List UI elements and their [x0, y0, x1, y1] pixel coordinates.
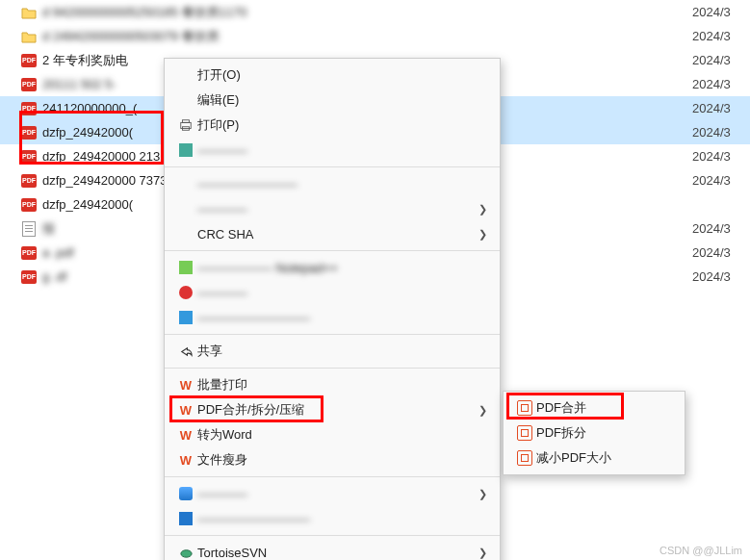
- chevron-right-icon: ❯: [475, 547, 490, 559]
- file-date: 2024/3: [692, 173, 750, 188]
- folder-icon: [21, 29, 37, 44]
- pdf-icon: PDF: [21, 77, 37, 92]
- menu-print[interactable]: 打印(P): [165, 113, 500, 138]
- app-icon: [179, 487, 193, 500]
- file-date: 2024/3: [692, 269, 750, 284]
- menu-crc-sha[interactable]: CRC SHA ❯: [165, 221, 500, 246]
- pdf-icon: PDF: [21, 53, 37, 68]
- pdf-icon: PDF: [21, 149, 37, 165]
- file-row[interactable]: d 249420000000503079 餐饮类2024/3: [0, 24, 750, 48]
- wps-icon: W: [174, 403, 197, 418]
- tortoise-icon: [174, 546, 197, 560]
- app-icon: [179, 143, 193, 157]
- menu-label: 打开(O): [197, 66, 490, 84]
- pdf-icon: PDF: [21, 245, 37, 261]
- app-icon: [179, 512, 193, 525]
- menu-separator: [165, 166, 500, 167]
- pdf-icon: PDF: [21, 101, 37, 116]
- file-name: d 942000000005250185 餐饮类1170: [42, 4, 692, 21]
- file-date: 2024/3: [692, 245, 750, 260]
- file-date: 2024/3: [692, 101, 750, 115]
- file-date: 2024/3: [692, 29, 750, 43]
- wps-icon: W: [174, 378, 197, 393]
- chevron-right-icon: ❯: [475, 488, 490, 500]
- notepad-icon: [179, 261, 193, 274]
- pdf-reduce-icon: [513, 450, 536, 466]
- svg-point-3: [180, 549, 191, 557]
- menu-pdf-tools[interactable]: W PDF合并/拆分/压缩 ❯: [165, 397, 500, 422]
- watermark: CSDN @@JLLim: [659, 545, 742, 556]
- submenu-pdf-split[interactable]: PDF拆分: [504, 420, 685, 445]
- submenu-pdf-reduce[interactable]: 减小PDF大小: [504, 445, 685, 471]
- menu-to-word[interactable]: W 转为Word: [165, 422, 500, 447]
- chevron-right-icon: ❯: [475, 228, 490, 241]
- menu-open[interactable]: 打开(O): [165, 63, 500, 88]
- file-date: 2024/3: [692, 149, 750, 164]
- menu-blurred-6[interactable]: ———— ❯: [165, 481, 500, 506]
- file-row[interactable]: d 942000000005250185 餐饮类11702024/3: [0, 0, 750, 24]
- menu-blurred-1[interactable]: ————: [165, 138, 500, 163]
- menu-blurred-5[interactable]: —————————: [165, 305, 500, 330]
- app-icon: [179, 311, 193, 324]
- submenu-pdf-tools: PDF合并 PDF拆分 减小PDF大小: [503, 391, 685, 475]
- print-icon: [174, 118, 197, 132]
- text-file-icon: [21, 221, 37, 237]
- chevron-right-icon: ❯: [475, 203, 490, 216]
- file-date: 2024/3: [692, 53, 750, 67]
- file-date: 2024/3: [692, 221, 750, 236]
- menu-share[interactable]: 共享: [165, 339, 500, 364]
- wps-icon: W: [174, 453, 197, 468]
- menu-blurred-4[interactable]: ————: [165, 280, 500, 305]
- pdf-split-icon: [513, 425, 536, 441]
- file-date: 2024/3: [692, 5, 750, 19]
- folder-icon: [21, 5, 37, 20]
- chevron-right-icon: ❯: [475, 404, 490, 417]
- file-date: 2024/3: [692, 125, 750, 140]
- context-menu: 打开(O) 编辑(E) 打印(P) ———— ———————— ———— ❯ C…: [164, 58, 501, 560]
- pdf-merge-icon: [513, 400, 536, 416]
- menu-blurred-2[interactable]: ————————: [165, 171, 500, 196]
- menu-notepad[interactable]: —————— Notepad++: [165, 255, 500, 280]
- menu-tortoisesvn[interactable]: TortoiseSVN ❯: [165, 540, 500, 560]
- app-icon: [179, 286, 193, 299]
- file-date: 2024/3: [692, 77, 750, 91]
- pdf-icon: PDF: [21, 269, 37, 285]
- menu-edit[interactable]: 编辑(E): [165, 88, 500, 113]
- file-name: d 249420000000503079 餐饮类: [42, 28, 692, 45]
- pdf-icon: PDF: [21, 197, 37, 213]
- pdf-icon: PDF: [21, 125, 37, 140]
- wps-icon: W: [174, 428, 197, 443]
- menu-file-slim[interactable]: W 文件瘦身: [165, 447, 500, 472]
- menu-blurred-7[interactable]: —————————: [165, 506, 500, 531]
- menu-blurred-3[interactable]: ———— ❯: [165, 196, 500, 221]
- share-icon: [174, 344, 197, 359]
- svg-rect-1: [183, 120, 190, 123]
- menu-batch-print[interactable]: W 批量打印: [165, 372, 500, 397]
- submenu-pdf-merge[interactable]: PDF合并: [504, 395, 685, 420]
- pdf-icon: PDF: [21, 173, 37, 189]
